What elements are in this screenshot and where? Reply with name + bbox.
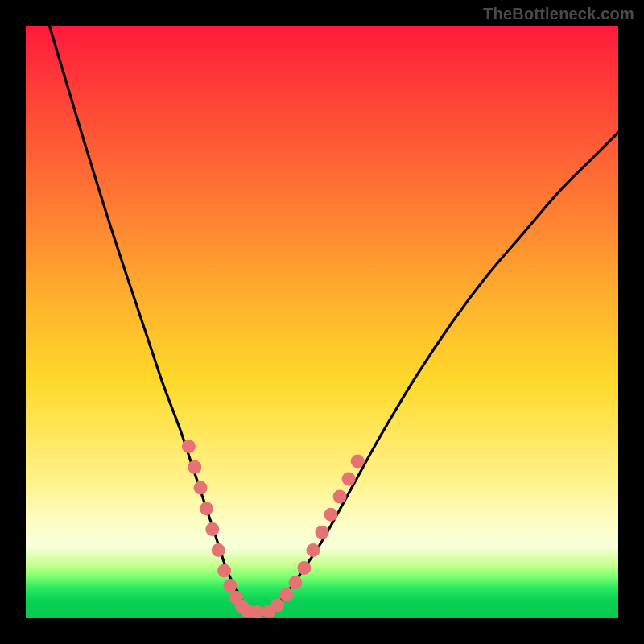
chart-svg	[26, 26, 618, 618]
marker-dot	[205, 522, 219, 536]
marker-dot	[351, 455, 365, 469]
marker-dot	[188, 460, 201, 474]
marker-dot	[217, 564, 231, 578]
marker-dot	[223, 579, 237, 592]
marker-dot	[212, 543, 225, 557]
marker-dot	[297, 561, 311, 575]
marker-dot	[324, 508, 338, 522]
watermark-text: TheBottleneck.com	[483, 5, 634, 23]
marker-layer	[182, 440, 365, 618]
marker-dot	[279, 588, 293, 601]
marker-dot	[182, 440, 196, 453]
marker-dot	[333, 490, 347, 504]
marker-dot	[194, 481, 208, 495]
marker-dot	[316, 526, 329, 539]
marker-dot	[270, 598, 284, 612]
marker-dot	[342, 473, 356, 486]
marker-dot	[288, 576, 302, 589]
plot-area	[26, 26, 618, 618]
chart-frame: TheBottleneck.com	[0, 0, 644, 644]
marker-dot	[200, 502, 213, 515]
curve-layer	[49, 26, 618, 613]
marker-dot	[307, 543, 320, 557]
curve-path	[49, 26, 618, 613]
